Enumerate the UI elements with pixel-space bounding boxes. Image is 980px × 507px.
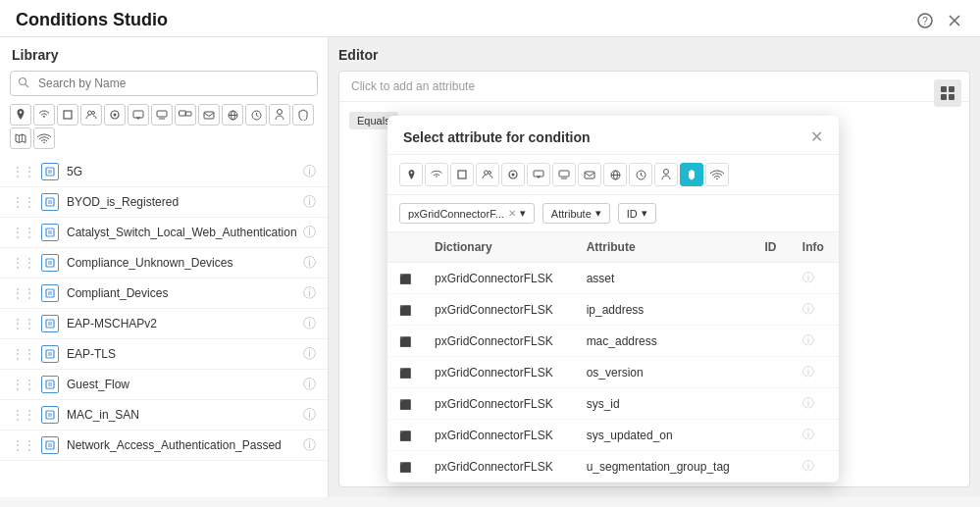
drag-handle-icon: ⋮⋮ xyxy=(12,226,35,239)
info-icon[interactable]: ⓘ xyxy=(303,406,316,424)
filter-screens-icon[interactable] xyxy=(175,104,196,126)
filter-email-icon[interactable] xyxy=(198,104,220,126)
svg-line-24 xyxy=(256,115,258,117)
list-item[interactable]: ⋮⋮ BYOD_is_Registered ⓘ xyxy=(0,187,328,218)
item-label: 5G xyxy=(67,165,303,178)
table-row[interactable]: ⬛ pxGridConnectorFLSK sys_updated_on ⓘ xyxy=(387,420,839,451)
list-item[interactable]: ⋮⋮ Guest_Flow ⓘ xyxy=(0,370,328,400)
modal-filter-clock-icon[interactable] xyxy=(629,163,652,186)
filter-wireless-icon[interactable] xyxy=(33,127,55,149)
modal-filter-wifi2-icon[interactable] xyxy=(705,163,729,186)
dropdown-chevron-icon: ▾ xyxy=(520,207,526,220)
dictionary-filter-clear[interactable]: ✕ xyxy=(508,208,516,219)
table-row[interactable]: ⬛ pxGridConnectorFLSK sys_id ⓘ xyxy=(387,388,839,420)
dictionary-filter-dropdown[interactable]: pxGridConnectorF... ✕ ▾ xyxy=(399,203,535,224)
info-icon[interactable]: ⓘ xyxy=(303,163,316,180)
list-item[interactable]: ⋮⋮ 5G ⓘ xyxy=(0,157,328,187)
list-item[interactable]: ⋮⋮ Compliant_Devices ⓘ xyxy=(0,279,328,309)
add-attribute-bar[interactable]: Click to add an attribute xyxy=(339,72,969,102)
filter-location-icon[interactable] xyxy=(10,104,31,126)
modal-filter-wifi-icon[interactable] xyxy=(425,163,448,186)
table-row[interactable]: ⬛ pxGridConnectorFLSK mac_address ⓘ xyxy=(387,326,839,357)
filter-square-icon[interactable] xyxy=(57,104,78,126)
table-cell-info[interactable]: ⓘ xyxy=(791,388,839,420)
row-type-icon: ⬛ xyxy=(399,431,411,441)
table-cell-attribute: ip_address xyxy=(575,294,753,326)
table-cell-id xyxy=(752,326,790,357)
table-cell-attribute: sys_id xyxy=(575,388,753,420)
modal-filter-circle-icon[interactable] xyxy=(501,163,525,186)
table-col-attribute: Attribute xyxy=(575,232,753,263)
list-item[interactable]: ⋮⋮ Catalyst_Switch_Local_Web_Authenticat… xyxy=(0,218,328,248)
table-row[interactable]: ⬛ pxGridConnectorFLSK os_version ⓘ xyxy=(387,357,839,388)
modal-filter-screen-icon[interactable] xyxy=(552,163,576,186)
filter-circle-icon[interactable] xyxy=(104,104,126,126)
attribute-filter-label: Attribute xyxy=(551,208,592,220)
table-cell-id xyxy=(752,263,790,294)
id-filter-dropdown[interactable]: ID ▾ xyxy=(618,203,656,224)
table-cell-dictionary: pxGridConnectorFLSK xyxy=(423,263,575,294)
item-label: BYOD_is_Registered xyxy=(67,195,303,209)
list-item[interactable]: ⋮⋮ EAP-MSCHAPv2 ⓘ xyxy=(0,309,328,339)
filter-people-icon[interactable] xyxy=(80,104,102,126)
modal-filter-person-icon[interactable] xyxy=(654,163,678,186)
modal-filter-envelope-icon[interactable] xyxy=(578,163,601,186)
filter-shield-icon[interactable] xyxy=(292,104,314,126)
modal-filter-people-icon[interactable] xyxy=(476,163,499,186)
attribute-filter-dropdown[interactable]: Attribute ▾ xyxy=(542,203,610,224)
table-row[interactable]: ⬛ pxGridConnectorFLSK asset ⓘ xyxy=(387,263,839,294)
list-item[interactable]: ⋮⋮ EAP-TLS ⓘ xyxy=(0,339,328,370)
table-cell-info[interactable]: ⓘ xyxy=(791,357,839,388)
info-icon[interactable]: ⓘ xyxy=(303,224,316,241)
modal-filter-bar xyxy=(387,155,839,195)
info-icon[interactable]: ⓘ xyxy=(303,436,316,454)
info-icon[interactable]: ⓘ xyxy=(303,345,316,363)
svg-rect-29 xyxy=(46,168,54,176)
svg-rect-73 xyxy=(585,172,594,178)
table-cell-info[interactable]: ⓘ xyxy=(791,263,839,294)
info-icon[interactable]: ⓘ xyxy=(303,284,316,302)
search-input[interactable] xyxy=(10,71,318,96)
info-icon[interactable]: ⓘ xyxy=(303,376,316,393)
list-item[interactable]: ⋮⋮ MAC_in_SAN ⓘ xyxy=(0,400,328,431)
list-item[interactable]: ⋮⋮ Compliance_Unknown_Devices ⓘ xyxy=(0,248,328,279)
table-cell-info[interactable]: ⓘ xyxy=(791,294,839,326)
table-cell-dictionary: pxGridConnectorFLSK xyxy=(423,357,575,388)
modal-filter-monitor-icon[interactable] xyxy=(527,163,550,186)
list-item[interactable]: ⋮⋮ Network_Access_Authentication_Passed … xyxy=(0,431,328,461)
filter-globe-icon[interactable] xyxy=(222,104,243,126)
select-attribute-modal: Select attribute for condition ✕ xyxy=(387,116,839,482)
table-cell-info[interactable]: ⓘ xyxy=(791,420,839,451)
modal-filter-location-icon[interactable] xyxy=(399,163,423,186)
modal-filter-globe-icon[interactable] xyxy=(603,163,627,186)
filter-screen-icon[interactable] xyxy=(151,104,173,126)
help-button[interactable]: ? xyxy=(915,11,935,30)
library-title: Library xyxy=(0,47,328,71)
item-label: Catalyst_Switch_Local_Web_Authentication xyxy=(67,226,303,239)
multi-action-button[interactable] xyxy=(934,79,961,107)
table-cell-info[interactable]: ⓘ xyxy=(791,451,839,482)
info-icon[interactable]: ⓘ xyxy=(303,254,316,272)
title-bar-actions: ? xyxy=(915,11,964,30)
main-content: Library xyxy=(0,37,980,497)
modal-close-button[interactable]: ✕ xyxy=(810,127,823,146)
svg-text:?: ? xyxy=(922,16,928,26)
close-button[interactable] xyxy=(945,11,964,30)
filter-person-icon[interactable] xyxy=(269,104,290,126)
filter-clock-icon[interactable] xyxy=(245,104,267,126)
table-row[interactable]: ⬛ pxGridConnectorFLSK u_segmentation_gro… xyxy=(387,451,839,482)
filter-map-icon[interactable] xyxy=(10,127,31,149)
info-icon[interactable]: ⓘ xyxy=(303,315,316,332)
modal-filter-square-icon[interactable] xyxy=(450,163,474,186)
drag-handle-icon: ⋮⋮ xyxy=(12,317,35,330)
filter-monitor-icon[interactable] xyxy=(128,104,149,126)
table-cell-id xyxy=(752,420,790,451)
modal-filter-active-icon[interactable] xyxy=(680,163,703,186)
table-row[interactable]: ⬛ pxGridConnectorFLSK ip_address ⓘ xyxy=(387,294,839,326)
svg-rect-53 xyxy=(46,411,54,419)
table-cell-info[interactable]: ⓘ xyxy=(791,326,839,357)
info-icon[interactable]: ⓘ xyxy=(303,193,316,211)
svg-line-5 xyxy=(26,84,28,87)
table-cell-id xyxy=(752,294,790,326)
filter-wifi-icon[interactable] xyxy=(33,104,55,126)
